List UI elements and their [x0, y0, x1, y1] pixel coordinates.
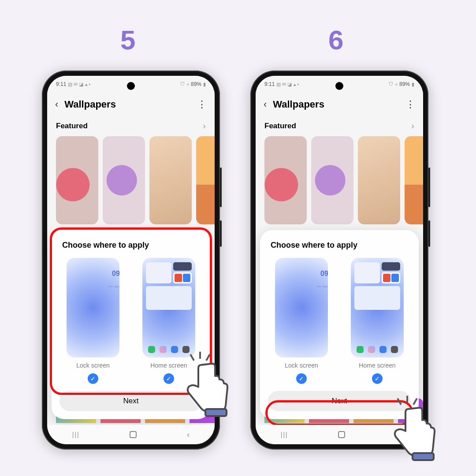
check-icon[interactable]: ✓: [164, 373, 174, 384]
wallpaper-thumb[interactable]: [103, 136, 145, 224]
android-nav-bar: ||| ‹: [47, 425, 215, 444]
featured-thumbnails[interactable]: [47, 136, 215, 229]
phone-mockup-step5: 9:11 ▧ ✉ ◪ ▴ • ⛉ ⊘ 89% ▮ ‹ Wallpapers ⋮ …: [42, 71, 220, 450]
homescreen-label: Home screen: [142, 362, 195, 369]
status-time: 9:11: [264, 81, 275, 87]
next-button[interactable]: Next: [268, 391, 411, 411]
sheet-title: Choose where to apply: [60, 241, 202, 250]
option-home-screen[interactable]: Home screen ✓: [351, 258, 404, 384]
lockscreen-preview: [275, 258, 328, 357]
apply-sheet: Choose where to apply Lock screen ✓ Home…: [260, 230, 419, 419]
app-header: ‹ Wallpapers ⋮: [47, 93, 215, 116]
phone-mockup-step6: 9:11 ▧ ✉ ◪ ▴ • ⛉ ⊘ 89% ▮ ‹ Wallpapers ⋮ …: [250, 71, 428, 450]
next-button[interactable]: Next: [60, 391, 202, 411]
camera-notch: [127, 82, 135, 90]
more-icon[interactable]: ⋮: [405, 99, 415, 110]
wallpaper-thumb[interactable]: [149, 136, 192, 224]
check-icon[interactable]: ✓: [372, 373, 383, 384]
back-icon[interactable]: ‹: [264, 99, 267, 110]
battery-icon: ▮: [203, 82, 206, 87]
nav-home-icon[interactable]: [338, 431, 345, 438]
page-title: Wallpapers: [273, 99, 399, 110]
section-featured-label: Featured: [56, 122, 88, 130]
back-icon[interactable]: ‹: [55, 99, 58, 110]
wallpaper-thumb[interactable]: [358, 136, 400, 224]
option-home-screen[interactable]: Home screen ✓: [142, 258, 195, 384]
nav-recent-icon[interactable]: |||: [72, 431, 80, 438]
wallpaper-thumb[interactable]: [264, 136, 307, 224]
homescreen-preview: [351, 258, 404, 357]
chevron-right-icon[interactable]: ›: [411, 121, 414, 131]
wallpaper-thumb[interactable]: [196, 136, 215, 224]
featured-thumbnails[interactable]: [256, 136, 423, 229]
sheet-title: Choose where to apply: [268, 241, 411, 250]
status-time: 9:11: [56, 81, 66, 87]
chevron-right-icon[interactable]: ›: [203, 121, 206, 131]
android-nav-bar: ||| ‹: [256, 425, 423, 444]
check-icon[interactable]: ✓: [88, 373, 98, 384]
nav-home-icon[interactable]: [130, 431, 137, 438]
nav-back-icon[interactable]: ‹: [395, 430, 398, 439]
more-icon[interactable]: ⋮: [197, 99, 207, 110]
page-title: Wallpapers: [64, 99, 191, 110]
wallpaper-thumb[interactable]: [56, 136, 98, 224]
step-number-5: 5: [120, 24, 135, 56]
check-icon[interactable]: ✓: [296, 373, 307, 384]
status-battery: 89%: [191, 81, 201, 87]
lockscreen-label: Lock screen: [67, 362, 119, 369]
apply-sheet: Choose where to apply Lock screen ✓ Home…: [52, 230, 210, 419]
step-number-6: 6: [328, 24, 343, 56]
status-net-icons: ⛉ ⊘: [180, 82, 189, 87]
wallpaper-thumb[interactable]: [311, 136, 353, 224]
nav-back-icon[interactable]: ‹: [187, 430, 190, 439]
homescreen-label: Home screen: [351, 362, 404, 369]
battery-icon: ▮: [412, 82, 414, 87]
section-featured-label: Featured: [264, 122, 296, 130]
status-battery: 89%: [399, 81, 410, 87]
lockscreen-label: Lock screen: [275, 362, 328, 369]
wallpaper-thumb[interactable]: [405, 136, 423, 224]
status-notif-icons: ▧ ✉ ◪ ▴ •: [276, 82, 299, 87]
lockscreen-preview: [67, 258, 119, 357]
camera-notch: [335, 82, 343, 90]
status-notif-icons: ▧ ✉ ◪ ▴ •: [68, 82, 90, 87]
option-lock-screen[interactable]: Lock screen ✓: [67, 258, 119, 384]
status-net-icons: ⛉ ⊘: [389, 82, 398, 87]
app-header: ‹ Wallpapers ⋮: [256, 93, 423, 116]
nav-recent-icon[interactable]: |||: [281, 431, 288, 438]
svg-rect-7: [413, 453, 434, 460]
option-lock-screen[interactable]: Lock screen ✓: [275, 258, 328, 384]
homescreen-preview: [142, 258, 195, 357]
